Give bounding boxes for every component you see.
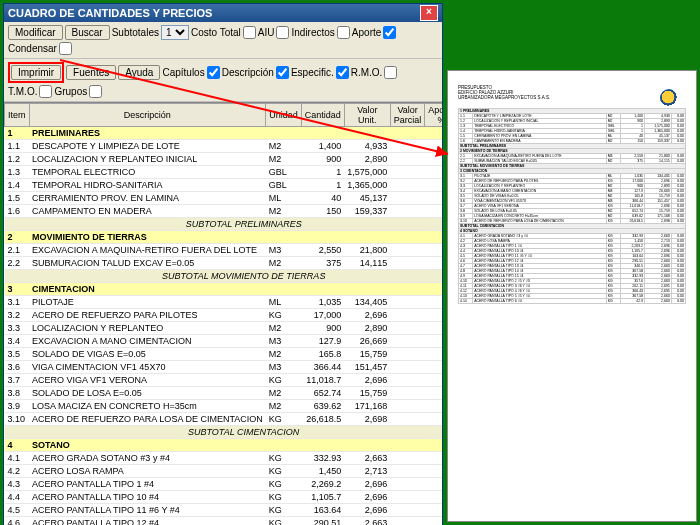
aporte-check[interactable]	[383, 26, 396, 39]
rmo-check[interactable]	[384, 66, 397, 79]
table-row[interactable]: 1.1DESCAPOTE Y LIMPIEZA DE LOTEM21,4004,…	[5, 140, 443, 153]
aiu-label: AIU	[258, 27, 275, 38]
table-row[interactable]: 3.1PILOTAJEML1,035134,405	[5, 296, 443, 309]
table-row[interactable]: 3.10ACERO DE REFUERZO PARA LOSA DE CIMEN…	[5, 413, 443, 426]
table-row[interactable]: 3.2ACERO DE REFUERZO PARA PILOTESKG17,00…	[5, 309, 443, 322]
col-cantidad[interactable]: Cantidad	[301, 104, 344, 127]
costototal-check[interactable]	[243, 26, 256, 39]
preview-line3: URBANIZADORA MEGAPROYECTOS S.A.S.	[458, 95, 686, 100]
descripcion-check[interactable]	[276, 66, 289, 79]
aiu-check[interactable]	[276, 26, 289, 39]
table-row[interactable]: 2.2SUBMURACION TALUD EXCAV E=0.05M237514…	[5, 257, 443, 270]
table-row[interactable]: 4.2ACERO LOSA RAMPAKG1,4502,713	[5, 465, 443, 478]
table-row[interactable]: 1PRELIMINARES	[5, 127, 443, 140]
table-row[interactable]: 3.7ACERO VIGA VF1 VERONAKG11,018.72,696	[5, 374, 443, 387]
table-row[interactable]: SUBTOTAL MOVIMIENTO DE TIERRAS	[5, 270, 443, 283]
table-row[interactable]: 1.3TEMPORAL ELECTRICOGBL11,575,000	[5, 166, 443, 179]
table-row[interactable]: 3.4EXCAVACION A MANO CIMENTACIONM3127.92…	[5, 335, 443, 348]
condensar-check[interactable]	[59, 42, 72, 55]
table-row[interactable]: 3.8SOLADO DE LOSA E=0.05M2652.7415,759	[5, 387, 443, 400]
modificar-button[interactable]: Modificar	[8, 25, 63, 40]
capitulos-check[interactable]	[207, 66, 220, 79]
app-title: CUADRO DE CANTIDADES Y PRECIOS	[8, 7, 212, 19]
logo-icon	[660, 89, 678, 107]
rmo-label: R.M.O.	[351, 67, 383, 78]
table-row[interactable]: 3.5SOLADO DE VIGAS E=0.05M2165.815,759	[5, 348, 443, 361]
especific-label: Especific.	[291, 67, 334, 78]
ayuda-button[interactable]: Ayuda	[118, 65, 160, 80]
table-row[interactable]: 1.2LOCALIZACION Y REPLANTEO INICIALM2900…	[5, 153, 443, 166]
table-row[interactable]: 3.6VIGA CIMENTACION VF1 45X70M3366.44151…	[5, 361, 443, 374]
table-row[interactable]: 4.5ACERO PANTALLA TIPO 11 #6 Y #4KG163.6…	[5, 504, 443, 517]
fuentes-button[interactable]: Fuentes	[66, 65, 116, 80]
close-icon[interactable]: ×	[420, 5, 438, 21]
col-valorparcial[interactable]: Valor Parcial	[390, 104, 425, 127]
descripcion-label: Descripción	[222, 67, 274, 78]
grupos-check[interactable]	[89, 85, 102, 98]
table-row[interactable]: 4.1ACERO GRADA SOTANO #3 y #4KG332.932,6…	[5, 452, 443, 465]
condensar-label: Condensar	[8, 43, 57, 54]
col-item[interactable]: Item	[5, 104, 30, 127]
table-row[interactable]: 2.1EXCAVACION A MAQUINA-RETIRO FUERA DEL…	[5, 244, 443, 257]
imprimir-button[interactable]: Imprimir	[11, 65, 61, 80]
indirectos-label: Indirectos	[291, 27, 334, 38]
table-row[interactable]: SUBTOTAL CIMENTACION	[5, 426, 443, 439]
costototal-label: Costo Total	[191, 27, 241, 38]
table-row[interactable]: 3CIMENTACION	[5, 283, 443, 296]
table-row[interactable]: 1.5CERRAMIENTO PROV. EN LAMINAML4045,137	[5, 192, 443, 205]
table-row[interactable]: 3.9LOSA MACIZA EN CONCRETO H=35cmM2639.6…	[5, 400, 443, 413]
col-valorunit[interactable]: Valor Unit.	[344, 104, 390, 127]
buscar-button[interactable]: Buscar	[65, 25, 110, 40]
subtotales-label: Subtotales	[112, 27, 159, 38]
table-row[interactable]: 2MOVIMIENTO DE TIERRAS	[5, 231, 443, 244]
table-row[interactable]: 1.4TEMPORAL HIDRO-SANITARIAGBL11,365,000	[5, 179, 443, 192]
preview-table: 1 PRELIMINARES1.1DESCAPOTE Y LIMPIEZA DE…	[458, 108, 686, 304]
table-row[interactable]: 4.4ACERO PANTALLA TIPO 10 #4KG1,105.72,6…	[5, 491, 443, 504]
table-row[interactable]: 1.6CAMPAMENTO EN MADERAM2150159,337	[5, 205, 443, 218]
capitulos-label: Capítulos	[162, 67, 204, 78]
col-unidad[interactable]: Unidad	[266, 104, 302, 127]
indirectos-check[interactable]	[337, 26, 350, 39]
col-aporte[interactable]: Aporte %	[425, 104, 442, 127]
quantities-table: Item Descripción Unidad Cantidad Valor U…	[4, 103, 442, 525]
table-row[interactable]: 4.3ACERO PANTALLA TIPO 1 #4KG2,269.22,69…	[5, 478, 443, 491]
table-row[interactable]: 4SOTANO	[5, 439, 443, 452]
tmo-label: T.M.O.	[8, 86, 37, 97]
grupos-label: Grupos	[54, 86, 87, 97]
table-row[interactable]: 3.3LOCALIZACION Y REPLANTEOM29002,890	[5, 322, 443, 335]
grid-scroll[interactable]: Item Descripción Unidad Cantidad Valor U…	[4, 102, 442, 525]
toolbar-row-2: Imprimir Fuentes Ayuda Capítulos Descrip…	[4, 59, 442, 102]
table-row[interactable]: 4.6ACERO PANTALLA TIPO 12 #4KG290.512,66…	[5, 517, 443, 526]
table-row[interactable]: SUBTOTAL PRELIMINARES	[5, 218, 443, 231]
titlebar: CUADRO DE CANTIDADES Y PRECIOS ×	[4, 4, 442, 22]
especific-check[interactable]	[336, 66, 349, 79]
print-preview: PRESUPUESTO EDIFICIO PALAZO AZZURI URBAN…	[447, 70, 697, 522]
aporte-label: Aporte	[352, 27, 381, 38]
tmo-check[interactable]	[39, 85, 52, 98]
toolbar-row-1: Modificar Buscar Subtotales 1 Costo Tota…	[4, 22, 442, 59]
col-desc[interactable]: Descripción	[29, 104, 266, 127]
subtotales-select[interactable]: 1	[161, 25, 189, 40]
